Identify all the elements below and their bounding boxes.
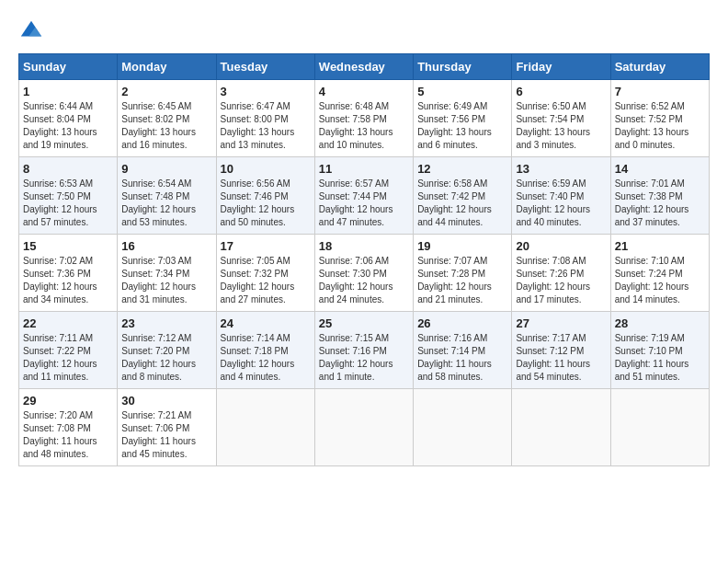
calendar-cell [216, 389, 314, 466]
calendar-cell: 22Sunrise: 7:11 AM Sunset: 7:22 PM Dayli… [19, 312, 118, 389]
day-number: 28 [615, 316, 705, 330]
day-info: Sunrise: 6:56 AM Sunset: 7:46 PM Dayligh… [221, 178, 311, 229]
day-number: 2 [121, 85, 211, 98]
calendar-cell [610, 389, 709, 466]
day-number: 17 [221, 239, 311, 253]
calendar-cell: 28Sunrise: 7:19 AM Sunset: 7:10 PM Dayli… [610, 312, 709, 389]
weekday-header-sunday: Sunday [19, 54, 118, 80]
page-header [18, 18, 710, 44]
day-number: 8 [23, 162, 113, 176]
calendar-cell: 9Sunrise: 6:54 AM Sunset: 7:48 PM Daylig… [118, 157, 216, 235]
calendar-cell: 24Sunrise: 7:14 AM Sunset: 7:18 PM Dayli… [216, 312, 314, 389]
day-info: Sunrise: 6:44 AM Sunset: 8:04 PM Dayligh… [23, 100, 113, 152]
calendar-cell: 17Sunrise: 7:05 AM Sunset: 7:32 PM Dayli… [216, 235, 314, 312]
day-number: 25 [319, 316, 409, 330]
day-info: Sunrise: 7:19 AM Sunset: 7:10 PM Dayligh… [615, 332, 705, 384]
day-number: 15 [23, 239, 113, 253]
day-number: 5 [417, 85, 507, 98]
day-info: Sunrise: 6:53 AM Sunset: 7:50 PM Dayligh… [23, 178, 113, 229]
day-number: 6 [516, 85, 606, 98]
calendar-cell: 26Sunrise: 7:16 AM Sunset: 7:14 PM Dayli… [414, 312, 512, 389]
day-info: Sunrise: 7:17 AM Sunset: 7:12 PM Dayligh… [516, 332, 606, 384]
day-info: Sunrise: 7:21 AM Sunset: 7:06 PM Dayligh… [121, 409, 211, 461]
day-info: Sunrise: 7:05 AM Sunset: 7:32 PM Dayligh… [221, 255, 311, 306]
day-number: 20 [516, 239, 606, 253]
weekday-header-monday: Monday [118, 54, 216, 80]
calendar-cell: 10Sunrise: 6:56 AM Sunset: 7:46 PM Dayli… [216, 157, 314, 235]
day-info: Sunrise: 7:16 AM Sunset: 7:14 PM Dayligh… [417, 332, 507, 384]
day-number: 12 [417, 162, 507, 176]
day-info: Sunrise: 7:03 AM Sunset: 7:34 PM Dayligh… [121, 255, 211, 306]
calendar-cell: 25Sunrise: 7:15 AM Sunset: 7:16 PM Dayli… [314, 312, 413, 389]
day-number: 30 [121, 394, 211, 408]
calendar-cell: 2Sunrise: 6:45 AM Sunset: 8:02 PM Daylig… [118, 80, 216, 157]
day-number: 26 [417, 316, 507, 330]
day-number: 29 [23, 394, 113, 408]
day-info: Sunrise: 7:07 AM Sunset: 7:28 PM Dayligh… [417, 255, 507, 306]
day-number: 18 [319, 239, 409, 253]
weekday-header-friday: Friday [512, 54, 610, 80]
day-number: 11 [319, 162, 409, 176]
calendar-cell: 1Sunrise: 6:44 AM Sunset: 8:04 PM Daylig… [19, 80, 118, 157]
day-number: 13 [516, 162, 606, 176]
calendar-cell: 15Sunrise: 7:02 AM Sunset: 7:36 PM Dayli… [19, 235, 118, 312]
day-info: Sunrise: 7:11 AM Sunset: 7:22 PM Dayligh… [23, 332, 113, 384]
day-info: Sunrise: 6:49 AM Sunset: 7:56 PM Dayligh… [417, 100, 507, 152]
day-info: Sunrise: 7:01 AM Sunset: 7:38 PM Dayligh… [615, 178, 705, 229]
calendar-cell: 19Sunrise: 7:07 AM Sunset: 7:28 PM Dayli… [414, 235, 512, 312]
day-number: 24 [221, 316, 311, 330]
day-info: Sunrise: 6:50 AM Sunset: 7:54 PM Dayligh… [516, 100, 606, 152]
calendar-cell: 4Sunrise: 6:48 AM Sunset: 7:58 PM Daylig… [314, 80, 413, 157]
day-number: 14 [615, 162, 705, 176]
day-info: Sunrise: 6:48 AM Sunset: 7:58 PM Dayligh… [319, 100, 409, 152]
calendar-table: SundayMondayTuesdayWednesdayThursdayFrid… [18, 53, 710, 466]
calendar-cell: 13Sunrise: 6:59 AM Sunset: 7:40 PM Dayli… [512, 157, 610, 235]
weekday-header-wednesday: Wednesday [314, 54, 413, 80]
weekday-header-tuesday: Tuesday [216, 54, 314, 80]
day-number: 1 [23, 85, 113, 98]
calendar-cell [314, 389, 413, 466]
day-number: 7 [615, 85, 705, 98]
calendar-week-1: 1Sunrise: 6:44 AM Sunset: 8:04 PM Daylig… [19, 80, 710, 157]
day-info: Sunrise: 6:54 AM Sunset: 7:48 PM Dayligh… [121, 178, 211, 229]
calendar-cell: 16Sunrise: 7:03 AM Sunset: 7:34 PM Dayli… [118, 235, 216, 312]
calendar-cell: 8Sunrise: 6:53 AM Sunset: 7:50 PM Daylig… [19, 157, 118, 235]
calendar-cell: 14Sunrise: 7:01 AM Sunset: 7:38 PM Dayli… [610, 157, 709, 235]
calendar-cell: 20Sunrise: 7:08 AM Sunset: 7:26 PM Dayli… [512, 235, 610, 312]
calendar-cell: 5Sunrise: 6:49 AM Sunset: 7:56 PM Daylig… [414, 80, 512, 157]
calendar-cell: 21Sunrise: 7:10 AM Sunset: 7:24 PM Dayli… [610, 235, 709, 312]
calendar-cell: 6Sunrise: 6:50 AM Sunset: 7:54 PM Daylig… [512, 80, 610, 157]
day-number: 16 [121, 239, 211, 253]
day-info: Sunrise: 7:10 AM Sunset: 7:24 PM Dayligh… [615, 255, 705, 306]
calendar-cell: 3Sunrise: 6:47 AM Sunset: 8:00 PM Daylig… [216, 80, 314, 157]
weekday-header-thursday: Thursday [414, 54, 512, 80]
calendar-week-5: 29Sunrise: 7:20 AM Sunset: 7:08 PM Dayli… [19, 389, 710, 466]
day-info: Sunrise: 6:58 AM Sunset: 7:42 PM Dayligh… [417, 178, 507, 229]
calendar-cell: 29Sunrise: 7:20 AM Sunset: 7:08 PM Dayli… [19, 389, 118, 466]
day-number: 9 [121, 162, 211, 176]
calendar-week-3: 15Sunrise: 7:02 AM Sunset: 7:36 PM Dayli… [19, 235, 710, 312]
weekday-header-row: SundayMondayTuesdayWednesdayThursdayFrid… [19, 54, 710, 80]
day-number: 22 [23, 316, 113, 330]
day-info: Sunrise: 7:02 AM Sunset: 7:36 PM Dayligh… [23, 255, 113, 306]
calendar-cell: 11Sunrise: 6:57 AM Sunset: 7:44 PM Dayli… [314, 157, 413, 235]
calendar-cell [512, 389, 610, 466]
calendar-cell: 18Sunrise: 7:06 AM Sunset: 7:30 PM Dayli… [314, 235, 413, 312]
day-info: Sunrise: 6:45 AM Sunset: 8:02 PM Dayligh… [121, 100, 211, 152]
weekday-header-saturday: Saturday [610, 54, 709, 80]
logo [18, 18, 48, 44]
day-number: 27 [516, 316, 606, 330]
calendar-week-4: 22Sunrise: 7:11 AM Sunset: 7:22 PM Dayli… [19, 312, 710, 389]
day-info: Sunrise: 7:06 AM Sunset: 7:30 PM Dayligh… [319, 255, 409, 306]
day-info: Sunrise: 7:15 AM Sunset: 7:16 PM Dayligh… [319, 332, 409, 384]
day-info: Sunrise: 7:12 AM Sunset: 7:20 PM Dayligh… [121, 332, 211, 384]
day-info: Sunrise: 6:52 AM Sunset: 7:52 PM Dayligh… [615, 100, 705, 152]
day-number: 3 [221, 85, 311, 98]
calendar-cell: 7Sunrise: 6:52 AM Sunset: 7:52 PM Daylig… [610, 80, 709, 157]
day-number: 4 [319, 85, 409, 98]
day-info: Sunrise: 7:14 AM Sunset: 7:18 PM Dayligh… [221, 332, 311, 384]
calendar-week-2: 8Sunrise: 6:53 AM Sunset: 7:50 PM Daylig… [19, 157, 710, 235]
calendar-cell: 27Sunrise: 7:17 AM Sunset: 7:12 PM Dayli… [512, 312, 610, 389]
day-number: 23 [121, 316, 211, 330]
day-number: 21 [615, 239, 705, 253]
